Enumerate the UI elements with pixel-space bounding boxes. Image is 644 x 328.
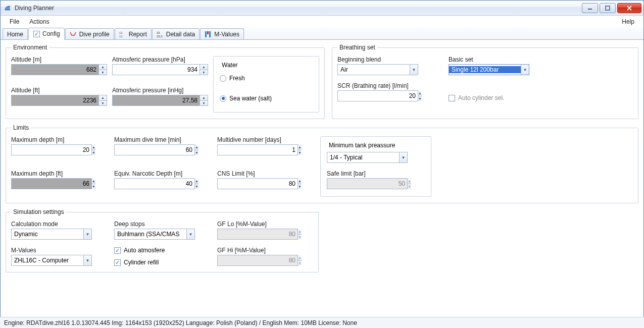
tab-report[interactable]: 1212 Report bbox=[115, 28, 152, 39]
press-hpa-value[interactable] bbox=[113, 65, 200, 75]
window-title: Diving Planner bbox=[15, 5, 54, 12]
cns-value[interactable] bbox=[218, 179, 298, 189]
min-tank-combo[interactable]: 1/4 - Typical ▼ bbox=[327, 152, 408, 163]
press-hpa-input[interactable]: ▲▼ bbox=[112, 64, 208, 75]
end-input[interactable]: ▲▼ bbox=[114, 178, 195, 189]
begin-blend-combo[interactable]: Air ▼ bbox=[337, 64, 418, 75]
scr-field: SCR (Brathing rate) [l/min] ▲▼ bbox=[337, 82, 438, 101]
spin-down-icon[interactable]: ▼ bbox=[99, 70, 107, 75]
spin-down-icon[interactable]: ▼ bbox=[418, 96, 422, 101]
max-time-input[interactable]: ▲▼ bbox=[114, 144, 195, 155]
water-fresh-label: Fresh bbox=[229, 75, 245, 82]
cns-field: CNS Limit [%] ▲▼ bbox=[217, 170, 313, 189]
menu-actions[interactable]: Actions bbox=[24, 16, 54, 28]
maximize-button[interactable] bbox=[600, 3, 616, 13]
spin-up-icon[interactable]: ▲ bbox=[298, 145, 302, 150]
spin-up-icon[interactable]: ▲ bbox=[298, 179, 302, 184]
chevron-down-icon[interactable]: ▼ bbox=[83, 229, 91, 239]
max-depth-m-value[interactable] bbox=[12, 145, 91, 155]
max-depth-m-input[interactable]: ▲▼ bbox=[11, 144, 92, 155]
menu-help[interactable]: Help bbox=[617, 16, 639, 28]
press-inhg-field: Atmosferic pressure [inHg] ▲▼ bbox=[112, 87, 208, 106]
breathing-set-legend: Breathing set bbox=[337, 44, 377, 51]
chevron-down-icon[interactable]: ▼ bbox=[83, 255, 91, 265]
svg-text:23: 23 bbox=[157, 31, 160, 34]
cylinder-refill-label: Cylinder refill bbox=[124, 259, 159, 266]
minimize-button[interactable] bbox=[582, 3, 598, 13]
press-inhg-value[interactable] bbox=[113, 95, 200, 105]
calc-mode-combo[interactable]: Dynamic ▼ bbox=[11, 229, 92, 240]
spin-up-icon[interactable]: ▲ bbox=[195, 179, 199, 184]
water-salt-radio[interactable]: Sea water (salt) bbox=[220, 95, 313, 102]
multidive-value[interactable] bbox=[218, 145, 298, 155]
spin-down-icon[interactable]: ▼ bbox=[195, 184, 199, 189]
altitude-m-input[interactable]: ▲▼ bbox=[11, 64, 107, 75]
scr-value[interactable] bbox=[338, 91, 418, 101]
window-controls bbox=[582, 3, 641, 13]
checkbox-icon bbox=[114, 247, 121, 254]
end-value[interactable] bbox=[115, 179, 194, 189]
spin-up-icon[interactable]: ▲ bbox=[92, 179, 95, 184]
limits-group: Limits Maximum depth [m] ▲▼ Maximum dive… bbox=[6, 124, 638, 203]
tab-config[interactable]: Config bbox=[28, 28, 65, 40]
spin-up-icon: ▲ bbox=[408, 179, 411, 184]
tab-detail-data[interactable]: 2315,3 Detail data bbox=[152, 28, 200, 39]
tab-home[interactable]: Home bbox=[3, 28, 28, 39]
cylinder-refill-checkbox[interactable]: Cylinder refill bbox=[114, 259, 210, 266]
scr-input[interactable]: ▲▼ bbox=[337, 90, 418, 101]
menu-file[interactable]: File bbox=[5, 16, 24, 28]
auto-atmosfere-checkbox[interactable]: Auto atmosfere bbox=[114, 247, 210, 254]
tab-dive-profile[interactable]: Dive profile bbox=[65, 28, 114, 39]
spin-down-icon[interactable]: ▼ bbox=[99, 101, 107, 106]
spin-up-icon[interactable]: ▲ bbox=[99, 65, 107, 70]
spin-up-icon[interactable]: ▲ bbox=[99, 95, 107, 101]
spin-down-icon[interactable]: ▼ bbox=[195, 150, 199, 155]
altitude-m-value[interactable] bbox=[12, 65, 98, 75]
svg-rect-7 bbox=[205, 31, 207, 37]
water-salt-label: Sea water (salt) bbox=[229, 95, 272, 102]
altitude-ft-field: Altitude [ft] ▲▼ bbox=[11, 87, 107, 106]
max-time-value[interactable] bbox=[115, 145, 194, 155]
chevron-down-icon[interactable]: ▼ bbox=[521, 65, 529, 75]
max-depth-ft-input[interactable]: ▲▼ bbox=[11, 178, 92, 189]
altitude-ft-input[interactable]: ▲▼ bbox=[11, 95, 107, 106]
max-depth-ft-value[interactable] bbox=[12, 179, 91, 189]
config-panel: Environment Altitude [m] ▲▼ Atmosferic p… bbox=[1, 40, 643, 316]
checkbox-icon bbox=[449, 95, 455, 101]
begin-blend-field: Beginning blend Air ▼ bbox=[337, 56, 438, 75]
cns-input[interactable]: ▲▼ bbox=[217, 178, 298, 189]
tab-home-label: Home bbox=[7, 31, 23, 38]
safe-limit-field: Safe limit [bar] ▲▼ bbox=[327, 170, 425, 189]
spin-down-icon[interactable]: ▼ bbox=[200, 70, 208, 75]
spin-down-icon[interactable]: ▼ bbox=[92, 184, 95, 189]
altitude-ft-value[interactable] bbox=[12, 95, 98, 105]
spin-down-icon[interactable]: ▼ bbox=[200, 101, 208, 106]
spin-up-icon[interactable]: ▲ bbox=[200, 95, 208, 101]
auto-atmosfere-label: Auto atmosfere bbox=[124, 247, 165, 254]
water-fresh-radio[interactable]: Fresh bbox=[220, 75, 313, 82]
tab-m-values[interactable]: M-Values bbox=[200, 28, 244, 39]
press-inhg-input[interactable]: ▲▼ bbox=[112, 95, 208, 106]
spin-up-icon[interactable]: ▲ bbox=[200, 65, 208, 70]
close-button[interactable] bbox=[617, 3, 641, 13]
spin-up-icon[interactable]: ▲ bbox=[92, 145, 95, 150]
spin-down-icon[interactable]: ▼ bbox=[298, 150, 302, 155]
spin-up-icon: ▲ bbox=[298, 255, 302, 261]
deep-stops-combo[interactable]: Buhlmann (SSA/CMAS ▼ bbox=[114, 229, 195, 240]
chevron-down-icon[interactable]: ▼ bbox=[399, 152, 407, 162]
mvalues-combo[interactable]: ZHL16C - Computer ▼ bbox=[11, 255, 92, 266]
cns-label: CNS Limit [%] bbox=[217, 170, 313, 177]
spin-up-icon[interactable]: ▲ bbox=[418, 91, 422, 96]
max-depth-m-label: Maximum depth [m] bbox=[11, 136, 107, 143]
spin-down-icon[interactable]: ▼ bbox=[92, 150, 95, 155]
spin-down-icon[interactable]: ▼ bbox=[298, 184, 302, 189]
chevron-down-icon[interactable]: ▼ bbox=[186, 229, 194, 239]
press-hpa-field: Atmosferic preassure [hPa] ▲▼ bbox=[112, 56, 208, 75]
tab-report-label: Report bbox=[129, 31, 147, 38]
multidive-input[interactable]: ▲▼ bbox=[217, 144, 298, 155]
svg-text:12: 12 bbox=[119, 35, 123, 38]
basic-set-combo[interactable]: Single 12l 200bar ▼ bbox=[449, 64, 529, 75]
chevron-down-icon[interactable]: ▼ bbox=[410, 65, 418, 75]
spin-up-icon[interactable]: ▲ bbox=[195, 145, 199, 150]
auto-cylinder-checkbox[interactable]: Auto cylinder sel. bbox=[449, 94, 550, 101]
